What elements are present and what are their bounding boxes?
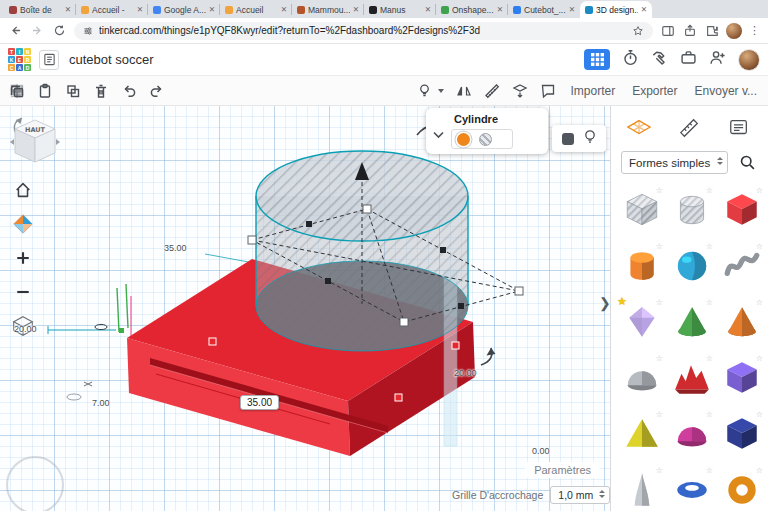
ruler-tool-icon[interactable]: [483, 82, 500, 99]
favorite-star-icon[interactable]: ☆: [656, 186, 663, 195]
show-all-dropdown-icon[interactable]: [438, 89, 444, 93]
shape-half-sphere[interactable]: ☆: [619, 354, 665, 402]
mirror-icon[interactable]: [8, 82, 25, 99]
favorite-star-icon[interactable]: ☆: [656, 410, 663, 419]
shape-pyramid[interactable]: ☆: [619, 410, 665, 458]
design-title[interactable]: cutebot soccer: [69, 52, 154, 67]
favorite-star-icon[interactable]: ☆: [656, 354, 663, 363]
shape-cone[interactable]: ☆: [719, 298, 765, 346]
browser-tab[interactable]: Mammou...✕: [292, 1, 364, 18]
favorite-star-icon[interactable]: ☆: [756, 186, 763, 195]
inspector-collapse-icon[interactable]: [433, 125, 444, 143]
browser-tab[interactable]: 3D design...✕: [580, 1, 652, 18]
briefcase-icon[interactable]: [680, 49, 697, 70]
browser-tab[interactable]: Onshape...✕: [436, 1, 508, 18]
tinker-hammer-icon[interactable]: [651, 49, 668, 70]
zoom-out-button[interactable]: [11, 280, 35, 304]
tab-close-icon[interactable]: ✕: [353, 5, 359, 14]
snap-grid-select[interactable]: 1,0 mm: [550, 486, 610, 504]
dim-base[interactable]: 0.00: [532, 446, 550, 456]
favorite-star-icon[interactable]: ☆: [756, 410, 763, 419]
hole-pattern-swatch[interactable]: [479, 133, 492, 146]
workplane-tool-icon[interactable]: [511, 82, 528, 99]
undo-icon[interactable]: [120, 82, 137, 99]
back-icon[interactable]: [8, 23, 23, 38]
shape-pyramid-round[interactable]: ☆: [669, 298, 715, 346]
browser-tab[interactable]: Boîte de✕: [4, 1, 76, 18]
redo-icon[interactable]: [148, 82, 165, 99]
shape-gem[interactable]: ☆★: [619, 298, 665, 346]
shape-paraboloid[interactable]: ☆: [669, 410, 715, 458]
show-all-lightbulb-icon[interactable]: [416, 82, 433, 99]
ruler-helper-icon[interactable]: [673, 114, 705, 142]
flip-icon[interactable]: [455, 82, 472, 99]
side-panel-icon[interactable]: [660, 23, 675, 38]
shape-cylinder[interactable]: ☆: [619, 242, 665, 290]
shape-torus[interactable]: ☆: [669, 466, 715, 511]
reload-icon[interactable]: [52, 23, 67, 38]
favorite-star-icon[interactable]: ☆: [756, 298, 763, 307]
tinkercad-logo[interactable]: TINKERCAD: [8, 48, 31, 71]
duplicate-icon[interactable]: [64, 82, 81, 99]
favorite-star-icon[interactable]: ☆: [656, 298, 663, 307]
favorite-star-icon[interactable]: ☆: [756, 466, 763, 475]
simulator-icon[interactable]: [622, 49, 639, 70]
tab-close-icon[interactable]: ✕: [281, 5, 287, 14]
dim-width-left[interactable]: 20.00: [14, 324, 37, 334]
shape-spike[interactable]: ☆: [619, 466, 665, 511]
invite-user-icon[interactable]: [709, 49, 726, 70]
tab-close-icon[interactable]: ✕: [641, 5, 647, 14]
settings-label[interactable]: Paramètres: [525, 462, 600, 478]
snap-stepper-icon[interactable]: [599, 490, 605, 498]
hole-lightbulb-icon[interactable]: [583, 129, 597, 149]
browser-tab[interactable]: Accueil✕: [220, 1, 292, 18]
import-button[interactable]: Importer: [567, 82, 618, 100]
delete-icon[interactable]: [92, 82, 109, 99]
favorite-star-icon[interactable]: ☆: [706, 466, 713, 475]
share-icon[interactable]: [682, 23, 697, 38]
shape-category-select[interactable]: Formes simples: [621, 151, 728, 174]
tab-close-icon[interactable]: ✕: [65, 5, 71, 14]
browser-profile-avatar[interactable]: [726, 23, 742, 39]
design-menu-icon[interactable]: [39, 50, 59, 70]
solid-color-swatch[interactable]: [457, 133, 470, 146]
shape-prism[interactable]: ☆: [719, 354, 765, 402]
favorite-star-icon[interactable]: ☆: [706, 410, 713, 419]
bookmark-star-icon[interactable]: [632, 25, 644, 37]
3d-viewport[interactable]: HAUT Cylindre: [0, 106, 610, 511]
favorite-star-icon[interactable]: ☆: [656, 466, 663, 475]
shapes-panel-toggle[interactable]: [584, 49, 610, 70]
dim-width-front-input[interactable]: 35.00: [240, 395, 279, 410]
favorite-star-icon[interactable]: ☆: [706, 298, 713, 307]
forward-icon[interactable]: [30, 23, 45, 38]
zoom-in-button[interactable]: [11, 246, 35, 270]
notes-tool-icon[interactable]: [539, 82, 556, 99]
user-avatar[interactable]: [738, 49, 760, 71]
shape-tube[interactable]: ☆: [719, 466, 765, 511]
favorite-star-icon[interactable]: ☆: [656, 242, 663, 251]
shape-box[interactable]: ☆: [719, 186, 765, 234]
shape-search-button[interactable]: [736, 152, 758, 174]
home-view-button[interactable]: [11, 178, 35, 202]
panel-collapse-icon[interactable]: ❯: [599, 296, 610, 310]
browser-tab[interactable]: Cutebot_...✕: [508, 1, 580, 18]
browser-tab[interactable]: Manus✕: [364, 1, 436, 18]
solid-mode-icon[interactable]: [562, 133, 574, 145]
tab-close-icon[interactable]: ✕: [569, 5, 575, 14]
browser-menu-icon[interactable]: ⋮: [749, 25, 760, 36]
favorite-star-icon[interactable]: ☆: [706, 242, 713, 251]
browser-tab[interactable]: Accueil -✕: [76, 1, 148, 18]
tab-close-icon[interactable]: ✕: [425, 5, 431, 14]
send-button[interactable]: Envoyer v...: [692, 82, 760, 100]
shape-polyhedron[interactable]: ☆: [719, 410, 765, 458]
paste-icon[interactable]: [36, 82, 53, 99]
tab-close-icon[interactable]: ✕: [137, 5, 143, 14]
url-field[interactable]: tinkercad.com/things/e1pYQF8Kwyr/edit?re…: [74, 22, 653, 40]
extensions-icon[interactable]: [704, 23, 719, 38]
shape-hole-cylinder[interactable]: ☆: [669, 186, 715, 234]
notes-helper-icon[interactable]: [723, 114, 755, 142]
tab-close-icon[interactable]: ✕: [497, 5, 503, 14]
favorite-star-icon[interactable]: ☆: [706, 186, 713, 195]
favorite-star-icon[interactable]: ☆: [756, 354, 763, 363]
dim-height-right[interactable]: 20.00: [454, 368, 477, 378]
